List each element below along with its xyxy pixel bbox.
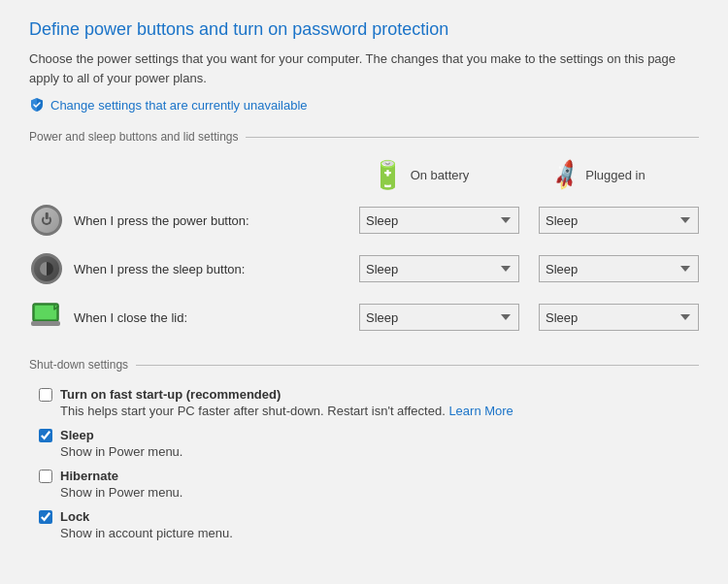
close-lid-plugged-select[interactable]: Do nothing Sleep Hibernate Shut down Tur… [539,304,699,331]
sleep-button-plugged-select[interactable]: Do nothing Sleep Hibernate Shut down Tur… [539,255,699,282]
svg-rect-2 [31,321,60,326]
change-settings-link[interactable]: Change settings that are currently unava… [29,97,308,113]
page-description: Choose the power settings that you want … [29,49,689,87]
power-button-label: When I press the power button: [74,213,359,228]
lock-item: Lock Show in account picture menu. [29,509,699,540]
sleep-checkbox[interactable] [39,429,52,442]
lock-item-header: Lock [39,509,699,524]
shutdown-section: Shut-down settings Turn on fast start-up… [29,358,699,540]
fast-startup-item: Turn on fast start-up (recommended) This… [29,387,699,418]
shutdown-section-title: Shut-down settings [29,358,128,372]
lock-checkbox[interactable] [39,510,52,524]
hibernate-checkbox[interactable] [39,470,52,483]
plugged-icon: 🚀 [549,157,584,192]
fast-startup-header: Turn on fast start-up (recommended) [39,387,699,402]
sleep-button-dropdowns: Do nothing Sleep Hibernate Shut down Tur… [359,255,699,282]
lock-item-label[interactable]: Lock [60,509,89,524]
shutdown-section-divider [136,365,699,366]
lock-item-desc: Show in account picture menu. [39,526,699,540]
sleep-item: Sleep Show in Power menu. [29,428,699,459]
battery-icon: 🔋 [371,159,405,191]
fast-startup-label[interactable]: Turn on fast start-up (recommended) [60,387,281,402]
fast-startup-desc-text: This helps start your PC faster after sh… [60,404,446,418]
fast-startup-learn-more[interactable]: Learn More [448,404,513,418]
power-sleep-section: Power and sleep buttons and lid settings… [29,130,699,335]
shutdown-section-header: Shut-down settings [29,358,699,372]
hibernate-item-desc: Show in Power menu. [39,485,699,500]
power-sleep-section-header: Power and sleep buttons and lid settings [29,130,699,144]
sleep-item-label[interactable]: Sleep [60,428,94,442]
close-lid-battery-select[interactable]: Do nothing Sleep Hibernate Shut down Tur… [359,304,519,331]
sleep-item-header: Sleep [39,428,699,442]
change-settings-text: Change settings that are currently unava… [50,98,308,113]
power-button-icon [29,203,64,238]
plugged-column-header: 🚀 Plugged in [510,159,689,191]
sleep-item-desc: Show in Power menu. [39,444,699,459]
battery-label: On battery [411,168,470,182]
battery-column-header: 🔋 On battery [330,159,510,191]
power-button-dropdowns: Do nothing Sleep Hibernate Shut down Tur… [359,207,699,234]
fast-startup-desc: This helps start your PC faster after sh… [39,404,699,418]
power-button-row: When I press the power button: Do nothin… [29,203,699,238]
plugged-label: Plugged in [585,168,645,182]
power-sleep-section-title: Power and sleep buttons and lid settings [29,130,238,144]
section-divider [246,137,699,138]
hibernate-item-header: Hibernate [39,469,699,483]
page-title: Define power buttons and turn on passwor… [29,19,699,40]
close-lid-dropdowns: Do nothing Sleep Hibernate Shut down Tur… [359,304,699,331]
lid-icon [29,300,64,335]
sleep-button-icon [29,251,64,286]
sleep-button-battery-select[interactable]: Do nothing Sleep Hibernate Shut down Tur… [359,255,519,282]
power-button-battery-select[interactable]: Do nothing Sleep Hibernate Shut down Tur… [359,207,519,234]
sleep-button-row: When I press the sleep button: Do nothin… [29,251,699,286]
shield-icon [29,97,45,113]
fast-startup-checkbox[interactable] [39,388,52,402]
column-headers: 🔋 On battery 🚀 Plugged in [29,159,699,191]
hibernate-item: Hibernate Show in Power menu. [29,469,699,500]
sleep-button-label: When I press the sleep button: [74,262,359,276]
power-button-plugged-select[interactable]: Do nothing Sleep Hibernate Shut down Tur… [539,207,699,234]
hibernate-item-label[interactable]: Hibernate [60,469,118,483]
svg-rect-1 [35,306,56,319]
close-lid-label: When I close the lid: [74,310,359,325]
close-lid-row: When I close the lid: Do nothing Sleep H… [29,300,699,335]
